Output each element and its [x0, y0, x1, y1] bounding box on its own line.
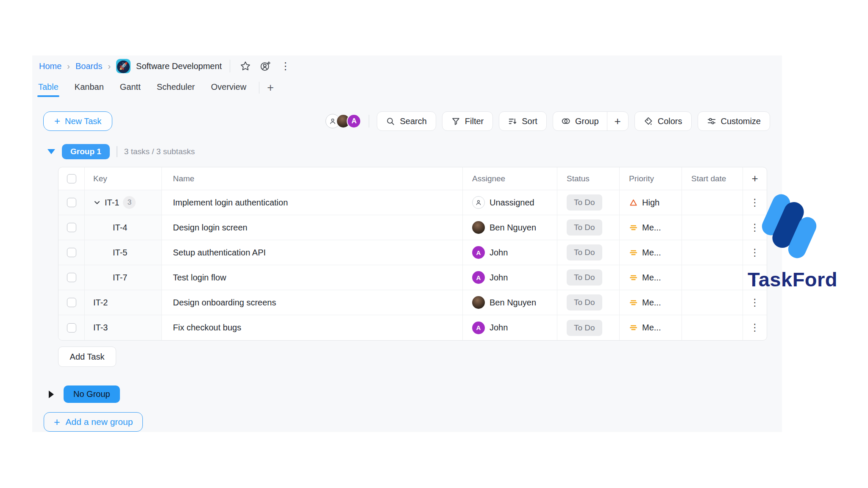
- task-name[interactable]: Test login flow: [161, 265, 462, 290]
- tab-gantt[interactable]: Gantt: [120, 78, 141, 98]
- row-checkbox-cell: [58, 215, 84, 240]
- more-options-kebab-icon[interactable]: ⋮: [278, 59, 292, 73]
- group-label: Group: [575, 116, 599, 126]
- new-task-button[interactable]: + New Task: [43, 111, 112, 131]
- row-checkbox[interactable]: [67, 248, 76, 257]
- colors-button[interactable]: Colors: [634, 111, 692, 131]
- search-button[interactable]: Search: [377, 111, 436, 131]
- start-date-cell[interactable]: [682, 315, 743, 340]
- assignee-cell[interactable]: A John: [462, 240, 557, 265]
- row-kebab-icon[interactable]: ⋮: [750, 323, 760, 333]
- assignee-cell[interactable]: A John: [462, 265, 557, 290]
- customize-button[interactable]: Customize: [698, 111, 770, 131]
- row-checkbox[interactable]: [67, 323, 76, 333]
- tab-overview[interactable]: Overview: [211, 78, 246, 98]
- start-date-cell[interactable]: [682, 265, 743, 290]
- assignee-avatar: A: [472, 271, 485, 284]
- table-row: IT-2 Design onboarding screens Ben Nguye…: [58, 290, 767, 315]
- divider: [259, 82, 259, 94]
- task-name[interactable]: Fix checkout bugs: [161, 315, 462, 340]
- tab-scheduler[interactable]: Scheduler: [157, 78, 195, 98]
- plus-icon: +: [54, 116, 60, 126]
- member-avatar-stack[interactable]: A: [326, 114, 361, 128]
- customize-label: Customize: [721, 116, 761, 126]
- assignee-cell[interactable]: Ben Nguyen: [462, 290, 557, 315]
- task-name[interactable]: Implement login authentication: [161, 190, 462, 215]
- expand-group-triangle-icon[interactable]: [49, 391, 54, 398]
- header-name: Name: [161, 167, 462, 190]
- breadcrumb-home-link[interactable]: Home: [39, 61, 61, 71]
- collapse-group-triangle-icon[interactable]: [47, 149, 55, 154]
- row-actions-cell: ⋮: [743, 315, 767, 340]
- tab-table[interactable]: Table: [38, 78, 58, 98]
- row-key-text: IT-7: [113, 273, 127, 283]
- select-all-checkbox[interactable]: [67, 174, 76, 183]
- breadcrumb-boards-link[interactable]: Boards: [75, 61, 102, 71]
- favorite-star-icon[interactable]: [238, 59, 253, 73]
- member-letter-avatar[interactable]: A: [347, 114, 361, 128]
- row-checkbox[interactable]: [67, 223, 76, 232]
- status-cell: To Do: [557, 315, 619, 340]
- add-view-button[interactable]: +: [267, 82, 274, 94]
- expand-chevron-icon[interactable]: [93, 199, 101, 206]
- invite-user-icon[interactable]: [258, 59, 273, 73]
- assignee-cell[interactable]: A John: [462, 315, 557, 340]
- add-column-button[interactable]: +: [751, 172, 758, 185]
- task-name[interactable]: Design login screen: [161, 215, 462, 240]
- row-checkbox[interactable]: [67, 198, 76, 207]
- add-task-button[interactable]: Add Task: [58, 347, 116, 367]
- priority-label: Me...: [642, 298, 661, 308]
- row-key-text: IT-3: [93, 323, 108, 333]
- assignee-name: Unassigned: [490, 198, 534, 208]
- no-group-badge[interactable]: No Group: [64, 385, 120, 403]
- priority-cell[interactable]: Me...: [619, 215, 682, 240]
- assignee-cell[interactable]: Ben Nguyen: [462, 215, 557, 240]
- priority-label: Me...: [642, 248, 661, 258]
- row-checkbox[interactable]: [67, 273, 76, 282]
- task-name[interactable]: Design onboarding screens: [161, 290, 462, 315]
- status-badge[interactable]: To Do: [567, 244, 602, 261]
- priority-cell[interactable]: High: [619, 190, 682, 215]
- group-name-badge[interactable]: Group 1: [62, 144, 110, 159]
- group-button[interactable]: Group: [553, 112, 607, 130]
- status-cell: To Do: [557, 290, 619, 315]
- header-priority: Priority: [619, 167, 682, 190]
- status-badge[interactable]: To Do: [567, 294, 602, 311]
- priority-cell[interactable]: Me...: [619, 290, 682, 315]
- breadcrumb-separator-icon: ›: [67, 61, 70, 71]
- priority-cell[interactable]: Me...: [619, 265, 682, 290]
- add-new-group-button[interactable]: + Add a new group: [44, 412, 143, 432]
- row-checkbox-cell: [58, 190, 84, 215]
- row-kebab-icon[interactable]: ⋮: [750, 298, 760, 308]
- status-badge[interactable]: To Do: [567, 194, 602, 211]
- breadcrumb: Home › Boards › 🚀 Software Development: [32, 55, 782, 77]
- group-header: Group 1 3 tasks / 3 subtasks: [32, 144, 782, 159]
- assignee-cell[interactable]: Unassigned: [462, 190, 557, 215]
- priority-label: Me...: [642, 223, 661, 233]
- start-date-cell[interactable]: [682, 215, 743, 240]
- start-date-cell[interactable]: [682, 240, 743, 265]
- start-date-cell[interactable]: [682, 290, 743, 315]
- subtask-count-badge: 3: [123, 196, 136, 209]
- group-split-button: Group +: [553, 111, 629, 131]
- status-badge[interactable]: To Do: [567, 320, 602, 336]
- key-cell: IT-7: [84, 265, 161, 290]
- filter-button[interactable]: Filter: [442, 111, 493, 131]
- task-name[interactable]: Setup authentication API: [161, 240, 462, 265]
- view-tabs: TableKanbanGanttSchedulerOverview +: [32, 77, 782, 99]
- status-badge[interactable]: To Do: [567, 219, 602, 236]
- priority-cell[interactable]: Me...: [619, 240, 682, 265]
- colors-tag-icon: [644, 116, 653, 126]
- header-status: Status: [557, 167, 619, 190]
- priority-cell[interactable]: Me...: [619, 315, 682, 340]
- tab-kanban[interactable]: Kanban: [75, 78, 104, 98]
- board-rocket-icon: 🚀: [116, 59, 131, 73]
- status-badge[interactable]: To Do: [567, 269, 602, 286]
- sort-button[interactable]: Sort: [499, 111, 547, 131]
- table-row: IT-3 Fix checkout bugs A John To Do Me..…: [58, 315, 767, 340]
- add-group-by-button[interactable]: +: [607, 112, 628, 130]
- logo-wordmark: TaskFord: [748, 268, 837, 291]
- row-checkbox[interactable]: [67, 298, 76, 307]
- tabs-list: TableKanbanGanttSchedulerOverview: [38, 78, 246, 98]
- start-date-cell[interactable]: [682, 190, 743, 215]
